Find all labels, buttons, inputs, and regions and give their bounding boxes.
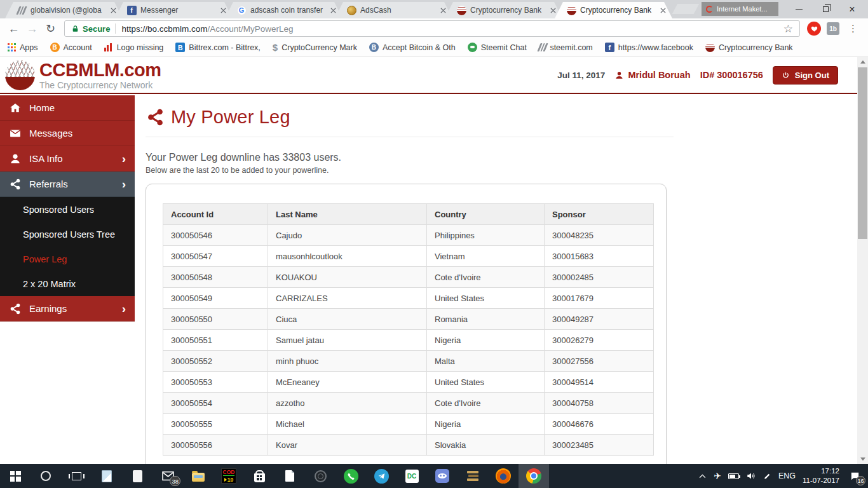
language-indicator[interactable]: ENG	[778, 471, 796, 480]
airplane-mode-icon[interactable]: ✈	[714, 471, 721, 480]
bookmark-steemit-chat[interactable]: Steemit Chat	[468, 43, 527, 52]
discord-icon[interactable]	[427, 464, 458, 488]
tab-close-icon[interactable]	[658, 6, 667, 15]
bookmark-accept-bitcoin[interactable]: B Accept Bitcoin & Oth	[369, 43, 456, 52]
bookmark-apps[interactable]: Apps	[8, 43, 38, 52]
cod-app-icon[interactable]: COD10	[214, 464, 244, 488]
store-icon[interactable]	[244, 464, 275, 488]
bookmark-star-icon[interactable]: ☆	[783, 24, 793, 34]
cortana-button[interactable]	[31, 464, 61, 488]
coin-app-icon[interactable]	[305, 464, 336, 488]
google-icon: G	[236, 5, 247, 15]
chrome-icon[interactable]	[519, 464, 549, 488]
reload-button[interactable]: ↻	[42, 20, 59, 37]
table-row: 300050547mausonhlcoutlookVietnam30001568…	[163, 246, 654, 267]
scroll-up-arrow[interactable]	[857, 57, 868, 67]
bittrex-icon: B	[175, 43, 185, 52]
submenu-item-sponsored-users[interactable]: Sponsored Users	[0, 197, 135, 222]
clock-date: 11-07-2017	[803, 476, 839, 485]
bookmark-cryptocurrency-market[interactable]: $ CryptoCurrency Mark	[273, 42, 357, 53]
sidebar-item-earnings[interactable]: Earnings ›	[0, 296, 135, 322]
tab-adscash[interactable]: AdsCash	[335, 2, 452, 18]
bookmark-account[interactable]: B Account	[50, 43, 92, 52]
notification-center-icon[interactable]: 16	[846, 468, 863, 484]
document-app-icon[interactable]	[275, 464, 305, 488]
sign-out-button[interactable]: Sign Out	[773, 66, 838, 85]
tab-title: globalvision (@globa	[31, 6, 105, 15]
window-restore-button[interactable]	[812, 0, 839, 18]
dc-app-icon[interactable]: DC	[397, 464, 427, 488]
tab-cryptocurrency-bank-1[interactable]: Cryptocurrency Bank	[445, 2, 562, 18]
winrar-icon[interactable]	[458, 464, 488, 488]
mail-badge: 38	[170, 476, 180, 486]
telegram-icon[interactable]	[366, 464, 397, 488]
site-logo[interactable]: CCBMLM.com The Cryptocurrency Network	[5, 60, 161, 90]
submenu-item-2x20-matrix[interactable]: 2 x 20 Matrix	[0, 271, 135, 296]
start-button[interactable]	[0, 464, 31, 488]
scroll-down-arrow[interactable]	[857, 454, 868, 464]
whatsapp-icon[interactable]	[336, 464, 366, 488]
volume-icon[interactable]	[746, 471, 756, 480]
new-tab-button[interactable]	[672, 4, 700, 14]
taskbar-clock[interactable]: 17:12 11-07-2017	[803, 466, 839, 485]
submenu-item-sponsored-users-tree[interactable]: Sponsored Users Tree	[0, 222, 135, 247]
tab-globalvision[interactable]: globalvision (@globa	[5, 2, 123, 18]
bookmark-cryptocurrency-bank[interactable]: Cryptocurrency Bank	[705, 43, 793, 52]
tab-messenger[interactable]: f Messenger	[115, 2, 233, 18]
tab-cryptocurrency-bank-2-active[interactable]: Cryptocurrency Bank	[555, 2, 672, 18]
pen-icon[interactable]	[763, 472, 771, 480]
facebook-icon: f	[605, 43, 614, 52]
back-button[interactable]: ←	[5, 20, 22, 37]
tab-close-icon[interactable]	[219, 6, 227, 15]
page-scrollbar[interactable]	[857, 57, 868, 464]
tab-close-icon[interactable]	[109, 6, 118, 15]
overlay-refresh-icon	[706, 6, 713, 13]
chevron-right-icon: ›	[122, 178, 126, 190]
header-user-link[interactable]: Mridul Boruah	[614, 70, 690, 80]
submenu-item-power-leg-active[interactable]: Power Leg	[0, 247, 135, 271]
power-icon	[782, 71, 790, 79]
ccbmlm-globe-icon	[566, 5, 576, 15]
url-domain: https://bo.ccbmlm.com	[121, 24, 207, 34]
tab-adscash-transfer[interactable]: G adscash coin transfer	[225, 2, 342, 18]
bookmark-facebook[interactable]: f https://www.facebook	[605, 43, 693, 52]
tray-chevron-icon[interactable]	[698, 473, 707, 479]
bookmark-logo-missing[interactable]: Logo missing	[104, 43, 164, 52]
table-row: 300050556KovarSlovakia300023485	[163, 435, 654, 456]
battery-icon[interactable]	[728, 473, 739, 479]
tab-title: AdsCash	[360, 6, 435, 15]
scrollbar-thumb[interactable]	[858, 67, 867, 239]
background-window-title[interactable]: Internet Maket...	[702, 2, 778, 16]
file-explorer-icon[interactable]	[183, 464, 214, 488]
address-bar[interactable]: Secure https://bo.ccbmlm.com /Account/My…	[64, 20, 800, 37]
firefox-icon[interactable]	[488, 464, 519, 488]
sidebar-item-messages[interactable]: Messages	[0, 121, 135, 146]
header-user-id: ID# 300016756	[700, 70, 763, 80]
forward-button[interactable]: →	[24, 20, 41, 37]
page-title: My Power Leg	[146, 107, 857, 128]
calculator-icon[interactable]	[122, 464, 153, 488]
col-last-name: Last Name	[268, 204, 427, 225]
tab-close-icon[interactable]	[548, 6, 557, 15]
bitcoin-accept-icon: B	[369, 43, 379, 52]
bookmark-bittrex[interactable]: B Bittrex.com - Bittrex,	[175, 43, 261, 52]
envelope-icon	[9, 127, 22, 140]
window-minimize-button[interactable]	[785, 0, 812, 18]
apps-grid-icon	[8, 43, 16, 51]
mail-icon[interactable]: 38	[153, 464, 183, 488]
facebook-icon: f	[126, 5, 137, 15]
window-close-button[interactable]: ×	[839, 0, 865, 18]
task-view-button[interactable]	[61, 464, 92, 488]
sidebar-item-home[interactable]: Home	[0, 95, 135, 121]
tab-close-icon[interactable]	[329, 6, 337, 15]
browser-menu-button[interactable]: ⋮	[843, 23, 863, 34]
power-leg-table: Account Id Last Name Country Sponsor 300…	[163, 203, 654, 456]
notepad-icon[interactable]	[92, 464, 122, 488]
heart-extension-icon[interactable]	[807, 22, 821, 36]
sidebar-item-referrals[interactable]: Referrals ›	[0, 172, 135, 197]
bookmark-steemit[interactable]: steemit.com	[539, 43, 593, 52]
home-icon	[9, 102, 22, 114]
tab-close-icon[interactable]	[438, 6, 447, 15]
sidebar-item-isa-info[interactable]: ISA Info ›	[0, 146, 135, 172]
tb-extension-icon[interactable]: 1b	[827, 22, 839, 35]
